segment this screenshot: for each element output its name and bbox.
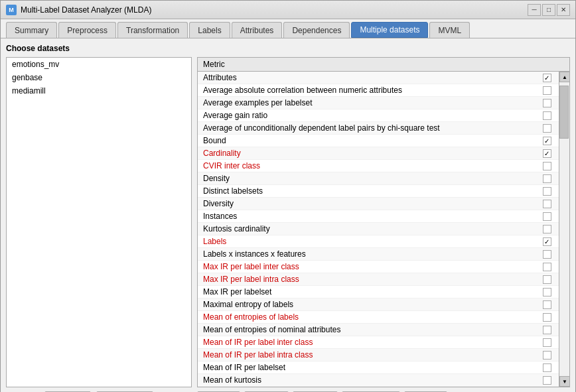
- metric-name: Mean of IR per label intra class: [203, 350, 540, 359]
- metric-row[interactable]: Average absolute correlation between num…: [198, 84, 559, 97]
- window-title: Multi-Label Dataset Analyzer (MLDA): [21, 5, 151, 15]
- metric-checkbox[interactable]: [540, 326, 553, 334]
- metric-checkbox[interactable]: [540, 99, 553, 107]
- metric-checkbox[interactable]: [540, 363, 553, 372]
- metric-row[interactable]: Mean of entropies of nominal attributes: [198, 324, 559, 336]
- dataset-list[interactable]: emotions_mvgenbasemediamill: [6, 57, 192, 387]
- metric-checkbox[interactable]: [540, 111, 553, 120]
- metric-row[interactable]: Mean of IR per label intra class: [198, 349, 559, 361]
- metric-checkbox[interactable]: [540, 225, 553, 233]
- checkbox-indicator: [543, 351, 551, 359]
- metric-row[interactable]: Max IR per label inter class: [198, 261, 559, 273]
- checkbox-indicator: [543, 275, 551, 284]
- scroll-up-button[interactable]: ▲: [559, 72, 569, 82]
- metric-checkbox[interactable]: [540, 263, 553, 271]
- metric-name: Average of unconditionally dependent lab…: [203, 123, 540, 133]
- metric-row[interactable]: Bound✓: [198, 135, 559, 147]
- metric-checkbox[interactable]: [540, 86, 553, 95]
- metric-checkbox[interactable]: [540, 300, 553, 309]
- metric-row[interactable]: Mean of IR per labelset: [198, 361, 559, 374]
- scroll-down-button[interactable]: ▼: [559, 376, 569, 387]
- metric-row[interactable]: Labels✓: [198, 235, 559, 248]
- metric-checkbox[interactable]: [540, 200, 553, 208]
- metric-name: Max IR per labelset: [203, 287, 540, 296]
- metric-name: Max IR per label intra class: [203, 275, 540, 284]
- dataset-item[interactable]: mediamill: [7, 84, 191, 98]
- metric-checkbox[interactable]: [540, 162, 553, 170]
- metric-name: Cardinality: [203, 149, 540, 158]
- checkbox-indicator: [543, 376, 551, 385]
- metric-row[interactable]: Average gain ratio: [198, 109, 559, 122]
- tab-attributes[interactable]: Attributes: [232, 22, 283, 38]
- checkbox-indicator: [543, 300, 551, 309]
- metric-checkbox[interactable]: ✓: [540, 74, 553, 82]
- checkbox-indicator: ✓: [543, 149, 551, 158]
- tab-preprocess[interactable]: Preprocess: [58, 22, 116, 38]
- metric-row[interactable]: Attributes✓: [198, 72, 559, 84]
- metric-row[interactable]: Mean of IR per label inter class: [198, 336, 559, 349]
- metric-checkbox[interactable]: [540, 124, 553, 133]
- content-area: Choose datasets emotions_mvgenbasemediam…: [1, 38, 575, 392]
- metric-checkbox[interactable]: ✓: [540, 137, 553, 145]
- minimize-button[interactable]: ─: [528, 4, 541, 16]
- scroll-thumb[interactable]: [559, 86, 569, 139]
- metric-row[interactable]: Max IR per labelset: [198, 286, 559, 298]
- tab-transformation[interactable]: Transformation: [117, 22, 188, 38]
- tab-dependences[interactable]: Dependences: [283, 22, 350, 38]
- tab-multiple-datasets[interactable]: Multiple datasets: [351, 22, 428, 38]
- checkbox-indicator: [543, 326, 551, 334]
- metric-checkbox[interactable]: [540, 250, 553, 259]
- metric-checkbox[interactable]: [540, 376, 553, 385]
- metric-checkbox[interactable]: [540, 187, 553, 196]
- left-panel: emotions_mvgenbasemediamill Add Remove: [6, 57, 192, 392]
- metric-checkbox[interactable]: [540, 338, 553, 347]
- metric-row[interactable]: Average examples per labelset: [198, 97, 559, 109]
- maximize-button[interactable]: □: [542, 4, 555, 16]
- metric-row[interactable]: Labels x instances x features: [198, 248, 559, 261]
- tabs-bar: Summary Preprocess Transformation Labels…: [1, 19, 575, 38]
- metric-row[interactable]: Cardinality✓: [198, 147, 559, 160]
- metric-row[interactable]: Max IR per label intra class: [198, 273, 559, 286]
- metric-name: Average examples per labelset: [203, 98, 540, 107]
- metric-name: Diversity: [203, 199, 540, 208]
- tab-labels[interactable]: Labels: [189, 22, 230, 38]
- metric-row[interactable]: Average of unconditionally dependent lab…: [198, 122, 559, 135]
- metric-row[interactable]: Distinct labelsets: [198, 185, 559, 198]
- tab-mvml[interactable]: MVML: [429, 22, 470, 38]
- metrics-table-container: Metric Attributes✓Average absolute corre…: [197, 57, 570, 387]
- metric-name: Kurtosis cardinality: [203, 224, 540, 233]
- metric-checkbox[interactable]: [540, 275, 553, 284]
- checkbox-indicator: [543, 225, 551, 233]
- metric-row[interactable]: CVIR inter class: [198, 160, 559, 172]
- checkbox-indicator: [543, 86, 551, 95]
- metric-row[interactable]: Mean of kurtosis: [198, 374, 559, 387]
- metric-name: Average absolute correlation between num…: [203, 86, 540, 95]
- metrics-list[interactable]: Attributes✓Average absolute correlation …: [198, 72, 559, 387]
- choose-datasets-title: Choose datasets: [6, 44, 570, 53]
- checkbox-indicator: [543, 250, 551, 259]
- scroll-track[interactable]: [559, 82, 569, 376]
- metric-row[interactable]: Instances: [198, 210, 559, 223]
- main-window: M Multi-Label Dataset Analyzer (MLDA) ─ …: [0, 0, 576, 392]
- metric-name: Maximal entropy of labels: [203, 300, 540, 309]
- metric-checkbox[interactable]: [540, 351, 553, 359]
- dataset-item[interactable]: genbase: [7, 71, 191, 84]
- metric-row[interactable]: Density: [198, 172, 559, 185]
- metric-name: Density: [203, 174, 540, 183]
- close-button[interactable]: ✕: [557, 4, 570, 16]
- metric-checkbox[interactable]: ✓: [540, 237, 553, 246]
- checkbox-indicator: [543, 187, 551, 196]
- metric-name: Mean of entropies of nominal attributes: [203, 325, 540, 334]
- dataset-item[interactable]: emotions_mv: [7, 58, 191, 71]
- metric-checkbox[interactable]: [540, 313, 553, 322]
- metric-checkbox[interactable]: ✓: [540, 149, 553, 158]
- metric-checkbox[interactable]: [540, 288, 553, 296]
- metric-row[interactable]: Maximal entropy of labels: [198, 298, 559, 311]
- metric-checkbox[interactable]: [540, 212, 553, 221]
- metrics-header: Metric: [198, 58, 569, 72]
- metric-row[interactable]: Diversity: [198, 198, 559, 210]
- metric-row[interactable]: Kurtosis cardinality: [198, 223, 559, 235]
- metric-checkbox[interactable]: [540, 174, 553, 183]
- metric-row[interactable]: Mean of entropies of labels: [198, 311, 559, 324]
- tab-summary[interactable]: Summary: [6, 22, 57, 38]
